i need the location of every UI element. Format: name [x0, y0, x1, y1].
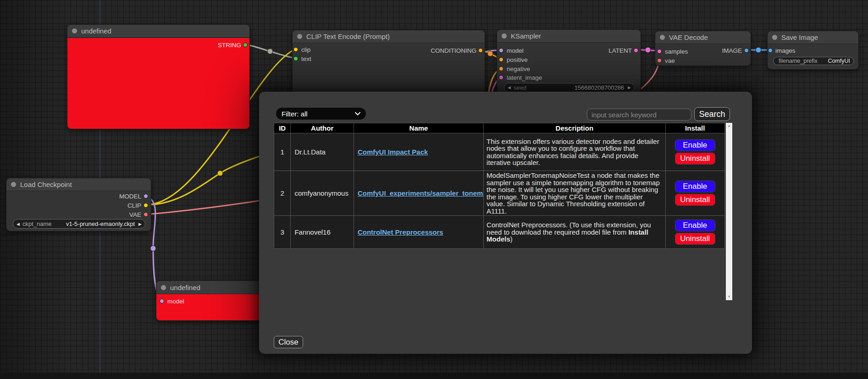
cell-description: ControlNet Preprocessors. (To use this e…	[484, 216, 665, 249]
error-node-body	[67, 38, 249, 129]
ckpt-name-label: ckpt_name	[22, 220, 52, 227]
input-label-positive: positive	[507, 56, 528, 63]
collapse-dot-icon	[502, 33, 507, 38]
node-title-bar[interactable]: KSampler	[497, 30, 641, 43]
seed-widget-value: 156680208700286	[526, 84, 624, 91]
input-label-model: model	[507, 47, 524, 54]
header-id: ID	[274, 123, 291, 133]
input-label-samples: samples	[665, 48, 688, 55]
node-load-checkpoint[interactable]: Load Checkpoint MODEL CLIP VAE ◀ ckpt_na…	[6, 178, 151, 231]
reroute-dot	[487, 51, 493, 56]
cell-description: This extension offers various detector n…	[484, 133, 665, 171]
node-clip-text-encode[interactable]: CLIP Text Encode (Prompt) clip text COND…	[292, 30, 485, 96]
output-port-vae[interactable]	[144, 212, 148, 217]
input-label-model: model	[167, 298, 184, 305]
seed-widget[interactable]: ◀ seed 156680208700286 ▶	[504, 83, 635, 92]
collapse-dot-icon	[772, 35, 777, 40]
output-label-conditioning: CONDITIONING	[431, 47, 476, 54]
input-port-text[interactable]	[293, 56, 298, 61]
arrow-left-icon[interactable]: ◀	[508, 85, 511, 90]
cell-author: Dr.Lt.Data	[291, 133, 354, 171]
input-port-samples[interactable]	[657, 49, 662, 54]
output-label-model: MODEL	[119, 193, 141, 200]
collapse-dot-icon	[660, 35, 665, 40]
table-row: 2 comfyanonymous ComfyUI_experiments/sam…	[274, 171, 725, 216]
uninstall-button[interactable]: Uninstall	[675, 194, 715, 206]
extension-table-scroll-area: ID Author Name Description Install 1 Dr.…	[274, 123, 732, 300]
input-port-model[interactable]	[499, 48, 503, 53]
table-scrollbar[interactable]: ▲ ▼	[726, 123, 732, 300]
chevron-down-icon	[355, 112, 360, 115]
cell-id: 3	[274, 216, 291, 249]
filter-select[interactable]: Filter: all	[276, 108, 366, 120]
scroll-up-icon[interactable]: ▲	[727, 123, 731, 129]
node-undefined-top[interactable]: undefined STRING	[67, 24, 250, 129]
node-title: KSampler	[511, 32, 541, 40]
enable-button[interactable]: Enable	[675, 139, 715, 151]
cell-install: Enable Uninstall	[665, 133, 724, 171]
input-label-negative: negative	[507, 66, 530, 72]
output-port-string[interactable]	[243, 43, 248, 47]
output-label-clip: CLIP	[127, 202, 141, 209]
output-port-latent[interactable]	[634, 48, 638, 53]
reroute-dot	[645, 47, 651, 53]
close-button[interactable]: Close	[274, 336, 303, 348]
filename-prefix-widget[interactable]: filename_prefix ComfyUI	[773, 57, 854, 65]
node-title-bar[interactable]: Save Image	[768, 31, 858, 44]
seed-widget-label: seed	[514, 84, 526, 91]
search-button[interactable]: Search	[694, 107, 730, 121]
input-port-positive[interactable]	[499, 57, 503, 62]
input-label-clip: clip	[301, 46, 310, 53]
header-description: Description	[484, 123, 665, 133]
output-port-conditioning[interactable]	[478, 48, 483, 53]
node-ksampler[interactable]: KSampler model positive negative latent_…	[497, 29, 641, 94]
node-graph-canvas[interactable]: undefined STRING CLIP Text Encode (Promp…	[0, 0, 868, 379]
search-input[interactable]	[587, 109, 691, 121]
arrow-right-icon[interactable]: ▶	[628, 85, 631, 90]
node-title-bar[interactable]: VAE Decode	[655, 31, 751, 44]
output-label-image: IMAGE	[722, 47, 742, 54]
node-title: undefined	[81, 27, 111, 35]
output-label-string: STRING	[218, 42, 241, 49]
collapse-dot-icon	[161, 285, 166, 290]
cell-description: ModelSamplerTonemapNoiseTest a node that…	[484, 171, 665, 216]
reroute-dot	[150, 246, 156, 251]
extension-link[interactable]: ComfyUI Impact Pack	[358, 148, 428, 156]
collapse-dot-icon	[72, 28, 77, 33]
input-port-model[interactable]	[160, 299, 164, 303]
uninstall-button[interactable]: Uninstall	[675, 233, 715, 245]
extension-link[interactable]: ControlNet Preprocessors	[358, 228, 443, 236]
uninstall-button[interactable]: Uninstall	[675, 153, 715, 165]
input-port-clip[interactable]	[293, 47, 298, 52]
arrow-right-icon[interactable]: ▶	[138, 222, 142, 226]
extension-table: ID Author Name Description Install 1 Dr.…	[274, 123, 725, 249]
ckpt-name-widget[interactable]: ◀ ckpt_name v1-5-pruned-emaonly.ckpt ▶	[13, 219, 145, 229]
node-title-bar[interactable]: CLIP Text Encode (Prompt)	[293, 30, 485, 43]
cell-author: comfyanonymous	[291, 171, 354, 216]
reroute-dot	[267, 49, 273, 54]
header-name: Name	[354, 123, 483, 133]
output-port-model[interactable]	[144, 194, 148, 198]
extension-manager-dialog: Filter: all Search ID Author Name Descri…	[259, 92, 752, 354]
node-title: VAE Decode	[669, 33, 708, 41]
scroll-down-icon[interactable]: ▼	[727, 294, 731, 300]
cell-id: 2	[274, 171, 291, 216]
output-port-image[interactable]	[744, 48, 749, 53]
node-title: Save Image	[781, 33, 818, 41]
enable-button[interactable]: Enable	[675, 220, 715, 231]
input-port-negative[interactable]	[499, 66, 503, 71]
input-port-vae[interactable]	[657, 58, 662, 63]
output-port-clip[interactable]	[144, 203, 148, 208]
node-save-image[interactable]: Save Image images filename_prefix ComfyU…	[767, 31, 859, 70]
extension-link[interactable]: ComfyUI_experiments/sampler_tonemap	[358, 189, 484, 197]
node-vae-decode[interactable]: VAE Decode samples vae IMAGE	[655, 31, 751, 66]
reroute-dot	[756, 47, 761, 53]
input-port-images[interactable]	[768, 48, 773, 53]
arrow-left-icon[interactable]: ◀	[17, 222, 20, 226]
table-row: 3 Fannovel16 ControlNet Preprocessors Co…	[274, 216, 725, 249]
node-title-bar[interactable]: undefined	[67, 25, 249, 38]
enable-button[interactable]: Enable	[675, 181, 715, 192]
node-title-bar[interactable]: Load Checkpoint	[6, 178, 151, 191]
node-title: undefined	[170, 284, 200, 291]
input-port-latent-image[interactable]	[499, 75, 503, 80]
